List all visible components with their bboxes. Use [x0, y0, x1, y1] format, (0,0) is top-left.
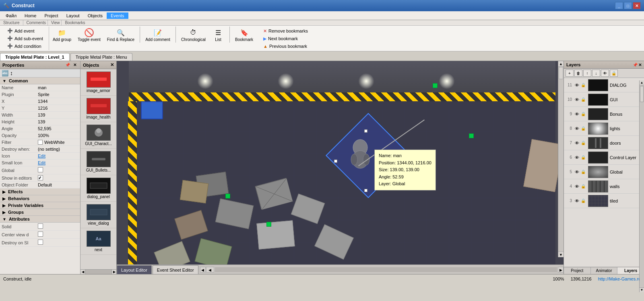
add-group-btn[interactable]: 📁 Add group [50, 27, 74, 50]
restore-btn[interactable]: □ [624, 2, 632, 9]
layer-eye-tiled[interactable]: 👁 [574, 198, 580, 204]
filter-color-swatch[interactable] [38, 140, 43, 145]
canvas-vscrollbar[interactable]: ▲ ▼ [558, 61, 564, 257]
layer-eye-gui[interactable]: 👁 [574, 96, 580, 103]
layer-lights[interactable]: 8 👁 🔒 lights [564, 121, 644, 136]
canvas-vscroll-up[interactable]: ▲ [558, 61, 564, 67]
layer-control[interactable]: 6 👁 🔒 Control Layer [564, 150, 644, 165]
layers-delete-btn[interactable]: 🗑 [574, 70, 582, 77]
tab-level1[interactable]: Tripple Metal Plate : Level_1 [0, 53, 70, 61]
selection-handle-bottom[interactable] [364, 189, 367, 192]
global-checkbox[interactable] [38, 167, 43, 172]
selection-handle-top[interactable] [364, 129, 367, 133]
list-btn[interactable]: ☰ List [209, 27, 227, 50]
canvas-hscroll-right[interactable]: ▶ [558, 267, 564, 272]
destroy-on-si-checkbox[interactable] [38, 240, 43, 245]
selection-handle-left[interactable] [334, 160, 337, 163]
game-viewport[interactable]: Name: man Position: 1344.00, 1216.00 Siz… [117, 61, 564, 264]
layer-lock-tiled[interactable]: 🔒 [580, 198, 586, 204]
layer-dialog[interactable]: 11 👁 🔒 DIALOG [564, 78, 644, 92]
section-behaviors[interactable]: ▶ Behaviors [0, 195, 80, 202]
layer-lock-gui[interactable]: 🔒 [580, 96, 586, 103]
add-event-btn[interactable]: ➕ Add event [4, 27, 46, 34]
layer-eye-lights[interactable]: 👁 [574, 125, 580, 132]
section-attributes[interactable]: ▼ Attributes [0, 216, 80, 223]
layer-lock-dialog[interactable]: 🔒 [580, 82, 586, 88]
add-condition-btn[interactable]: ➕ Add condition [4, 43, 46, 49]
layer-tiled[interactable]: 3 👁 🔒 tiled [564, 194, 644, 208]
add-comment-btn[interactable]: 📝 Add comment [142, 27, 173, 50]
object-gui-bullets[interactable]: GUI_Bullets... [80, 149, 116, 175]
next-bookmark-btn[interactable]: ▶ Next bookmark [260, 35, 311, 42]
objects-close-btn[interactable]: ✕ [110, 62, 114, 68]
menu-home[interactable]: Home [21, 12, 40, 19]
layers-lock-btn[interactable]: 🔒 [610, 70, 618, 77]
canvas-vscroll-thumb[interactable] [559, 67, 563, 79]
layers-tab-animator[interactable]: Animator [591, 267, 618, 274]
window-controls[interactable]: _ □ ✕ [615, 2, 641, 9]
object-gui-charact[interactable]: GUI_Charact... [80, 122, 116, 149]
solid-checkbox[interactable] [38, 223, 43, 229]
obj-hscroll-right[interactable]: ▶ [111, 270, 116, 274]
canvas-tab-events[interactable]: Event Sheet Editor [153, 265, 198, 274]
layer-eye-doors[interactable]: 👁 [574, 140, 580, 146]
properties-close-btn[interactable]: ✕ [72, 62, 78, 68]
icon-edit-link[interactable]: Edit [38, 154, 78, 158]
layer-lock-control[interactable]: 🔒 [580, 154, 586, 161]
menu-objects[interactable]: Objects [84, 12, 107, 19]
layer-eye-bonus[interactable]: 👁 [574, 111, 580, 117]
bookmark-btn[interactable]: 🔖 Bookmark [232, 27, 256, 50]
menu-project[interactable]: Project [40, 12, 62, 19]
menu-events[interactable]: Events [107, 12, 128, 19]
canvas-tab-layout[interactable]: Layout Editor [117, 265, 152, 274]
properties-pin-btn[interactable]: 📌 [64, 62, 71, 68]
menu-layout[interactable]: Layout [62, 12, 84, 19]
sort-btn[interactable]: ↕ [10, 70, 13, 76]
toggle-event-btn[interactable]: 🚫 Toggle event [75, 27, 103, 50]
layers-tab-project[interactable]: Project [564, 267, 591, 274]
object-view-dialog[interactable]: view_dialog [80, 202, 116, 228]
object-image-health[interactable]: image_health [80, 96, 116, 122]
layer-walls[interactable]: 4 👁 🔒 walls [564, 179, 644, 194]
layers-visible-btn[interactable]: 👁 [601, 70, 609, 77]
section-private-vars[interactable]: ▶ Private Variables [0, 202, 80, 209]
small-icon-edit-link[interactable]: Edit [38, 160, 78, 165]
canvas-area[interactable]: Name: man Position: 1344.00, 1216.00 Siz… [117, 61, 564, 274]
chronological-btn[interactable]: ⏱ Chronological [178, 27, 208, 50]
remove-bookmarks-btn[interactable]: ✕ Remove bookmarks [260, 28, 311, 35]
object-dialog-panel[interactable]: dialog_panel [80, 175, 116, 202]
layers-up-btn[interactable]: ↑ [583, 70, 591, 77]
layer-eye-global[interactable]: 👁 [574, 169, 580, 175]
canvas-vscroll-down[interactable]: ▼ [558, 252, 564, 257]
layers-pin-btn[interactable]: 📌 [633, 63, 638, 67]
layers-add-btn[interactable]: + [566, 70, 574, 77]
section-effects[interactable]: ▶ Effects [0, 188, 80, 195]
layers-down-btn[interactable]: ↓ [592, 70, 600, 77]
properties-header-controls[interactable]: 📌 ✕ [64, 62, 78, 68]
layer-eye-dialog[interactable]: 👁 [574, 82, 580, 88]
layer-global[interactable]: 5 👁 🔒 Global [564, 165, 644, 179]
section-groups[interactable]: ▶ Groups [0, 209, 80, 216]
tab-menu[interactable]: Tripple Metal Plate : Menu [70, 53, 132, 61]
object-next[interactable]: Aa next [80, 228, 116, 255]
object-image-armor[interactable]: image_armor [80, 69, 116, 96]
add-sub-event-btn[interactable]: ➕ Add sub-event [4, 35, 46, 42]
layer-lock-global[interactable]: 🔒 [580, 169, 586, 175]
layer-doors[interactable]: 7 👁 🔒 doors [564, 136, 644, 150]
minimize-btn[interactable]: _ [615, 2, 623, 9]
layer-lock-lights[interactable]: 🔒 [580, 125, 586, 132]
layer-eye-control[interactable]: 👁 [574, 154, 580, 161]
layer-lock-bonus[interactable]: 🔒 [580, 111, 586, 117]
layer-lock-doors[interactable]: 🔒 [580, 140, 586, 146]
layers-close-btn[interactable]: ✕ [638, 63, 642, 67]
section-common[interactable]: ▼ Common [0, 78, 80, 84]
show-in-editors-checkbox[interactable]: ✓ [38, 175, 43, 180]
center-view-checkbox[interactable] [38, 231, 43, 237]
find-replace-btn[interactable]: 🔍 Find & Replace [104, 27, 137, 50]
objects-hscrollbar[interactable]: ◀ ▶ [80, 269, 116, 274]
layer-gui[interactable]: 10 👁 🔒 GUI [564, 92, 644, 107]
sort-az-btn[interactable]: 🔤 [2, 70, 8, 76]
layer-lock-walls[interactable]: 🔒 [580, 183, 586, 190]
obj-hscroll-left[interactable]: ◀ [80, 270, 85, 274]
prev-bookmark-btn[interactable]: ▲ Previous bookmark [260, 43, 311, 49]
